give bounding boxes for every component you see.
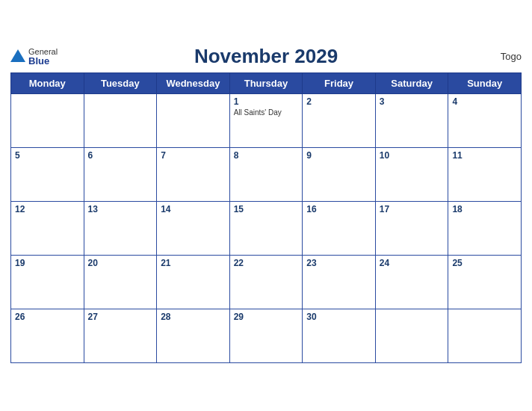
day-number: 7 [161,150,226,161]
calendar-cell [157,94,230,148]
calendar-cell: 14 [157,202,230,256]
calendar-week-row: 1All Saints' Day234 [11,94,522,148]
day-number: 15 [234,204,299,214]
day-number: 26 [15,312,80,322]
day-number: 21 [161,258,226,268]
weekday-header-monday: Monday [11,73,84,94]
weekday-header-tuesday: Tuesday [84,73,157,94]
country-label: Togo [501,51,522,62]
day-number: 19 [15,258,80,268]
day-number: 1 [234,96,299,107]
day-number: 30 [306,312,371,322]
day-number: 29 [234,312,299,322]
calendar-title: November 2029 [10,45,522,68]
day-number: 20 [88,258,153,268]
calendar-cell: 15 [229,202,303,256]
calendar-cell: 29 [229,309,303,363]
day-number: 13 [88,204,153,214]
calendar-cell: 16 [303,202,376,256]
calendar-cell [448,309,522,363]
day-number: 25 [452,258,517,268]
calendar-cell: 27 [84,309,157,363]
calendar-cell: 2 [303,94,376,148]
day-number: 9 [306,150,371,161]
weekday-header-friday: Friday [303,73,376,94]
weekday-header-row: MondayTuesdayWednesdayThursdayFridaySatu… [11,73,522,94]
day-number: 6 [88,150,153,161]
calendar-week-row: 12131415161718 [11,202,522,256]
calendar-cell: 1All Saints' Day [229,94,303,148]
calendar-cell [84,94,157,148]
day-number: 18 [452,204,517,214]
day-number: 17 [380,204,445,214]
brand-blue-text: Blue [28,56,58,66]
calendar-cell: 11 [448,148,522,202]
weekday-header-wednesday: Wednesday [157,73,230,94]
calendar-cell: 9 [303,148,376,202]
day-number: 3 [380,96,445,107]
calendar-cell: 22 [229,256,303,309]
calendar-cell: 8 [229,148,303,202]
calendar-cell: 26 [11,309,84,363]
calendar-header: General Blue November 2029 Togo [10,45,522,68]
day-number: 24 [380,258,445,268]
calendar-cell: 3 [375,94,448,148]
calendar-week-row: 19202122232425 [11,256,522,309]
calendar-cell: 30 [303,309,376,363]
brand-triangle-icon [10,49,25,62]
calendar-cell: 10 [375,148,448,202]
calendar-cell: 28 [157,309,230,363]
day-number: 11 [452,150,517,161]
calendar-cell: 21 [157,256,230,309]
day-number: 22 [234,258,299,268]
day-number: 16 [306,204,371,214]
weekday-header-saturday: Saturday [375,73,448,94]
calendar-cell: 25 [448,256,522,309]
day-number: 2 [306,96,371,107]
weekday-header-thursday: Thursday [229,73,303,94]
calendar-cell: 7 [157,148,230,202]
calendar-container: General Blue November 2029 Togo MondayTu… [0,37,532,374]
calendar-cell: 19 [11,256,84,309]
calendar-cell: 4 [448,94,522,148]
calendar-cell: 6 [84,148,157,202]
day-number: 8 [234,150,299,161]
calendar-cell: 23 [303,256,376,309]
calendar-cell: 20 [84,256,157,309]
day-number: 5 [15,150,80,161]
calendar-cell: 24 [375,256,448,309]
calendar-cell: 13 [84,202,157,256]
calendar-cell: 17 [375,202,448,256]
calendar-week-row: 567891011 [11,148,522,202]
calendar-table: MondayTuesdayWednesdayThursdayFridaySatu… [10,72,522,363]
day-number: 28 [161,312,226,322]
calendar-cell: 5 [11,148,84,202]
weekday-header-sunday: Sunday [448,73,522,94]
day-event: All Saints' Day [234,108,299,117]
day-number: 12 [15,204,80,214]
day-number: 10 [380,150,445,161]
calendar-week-row: 2627282930 [11,309,522,363]
calendar-cell [375,309,448,363]
day-number: 23 [306,258,371,268]
calendar-cell: 12 [11,202,84,256]
brand-logo-area: General Blue [10,47,58,66]
day-number: 4 [452,96,517,107]
calendar-cell [11,94,84,148]
day-number: 14 [161,204,226,214]
calendar-cell: 18 [448,202,522,256]
day-number: 27 [88,312,153,322]
